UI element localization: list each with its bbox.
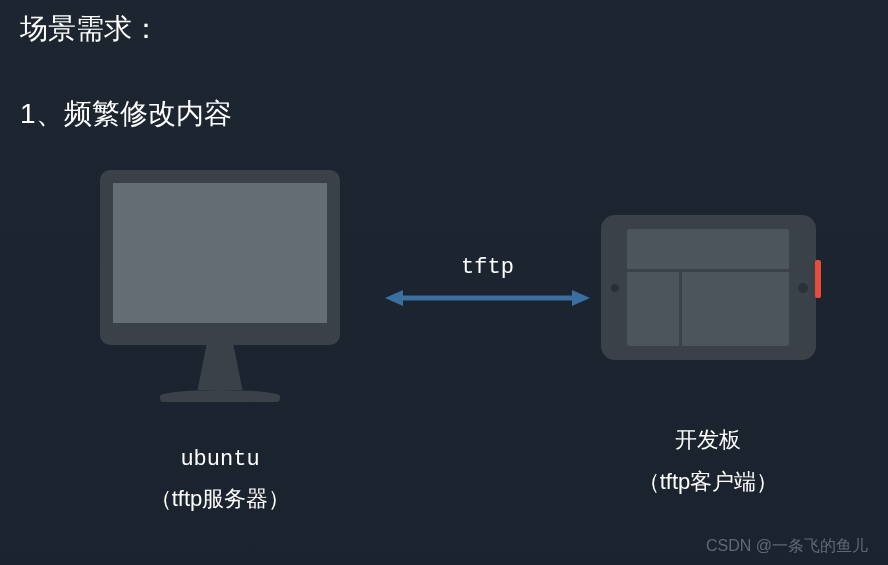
scenario-subtitle: 1、频繁修改内容 xyxy=(20,95,232,133)
connection-group: tftp xyxy=(385,255,590,312)
tablet-divider-v xyxy=(679,269,682,346)
tablet-side-button xyxy=(815,260,821,298)
double-arrow-icon xyxy=(385,288,590,308)
client-role-label: （tftp客户端） xyxy=(588,467,828,497)
scenario-title: 场景需求： xyxy=(20,10,160,48)
monitor-stand xyxy=(198,345,243,390)
monitor-body xyxy=(100,170,340,345)
server-name-label: ubuntu xyxy=(100,447,340,472)
svg-marker-1 xyxy=(385,290,403,306)
tablet-home-button xyxy=(798,283,808,293)
diagram-container: ubuntu （tftp服务器） tftp 开发板 （tftp客户端） xyxy=(0,170,888,520)
tablet-icon xyxy=(601,215,816,360)
tablet-divider-h xyxy=(627,269,789,272)
tablet-screen xyxy=(627,229,789,346)
client-group: 开发板 （tftp客户端） xyxy=(588,215,828,497)
monitor-base xyxy=(160,390,280,402)
client-name-label: 开发板 xyxy=(588,425,828,455)
server-group: ubuntu （tftp服务器） xyxy=(100,170,340,514)
monitor-icon xyxy=(100,170,340,345)
server-role-label: （tftp服务器） xyxy=(100,484,340,514)
tablet-camera xyxy=(611,284,619,292)
watermark-text: CSDN @一条飞的鱼儿 xyxy=(706,536,868,557)
protocol-label: tftp xyxy=(385,255,590,280)
monitor-screen xyxy=(113,183,327,323)
